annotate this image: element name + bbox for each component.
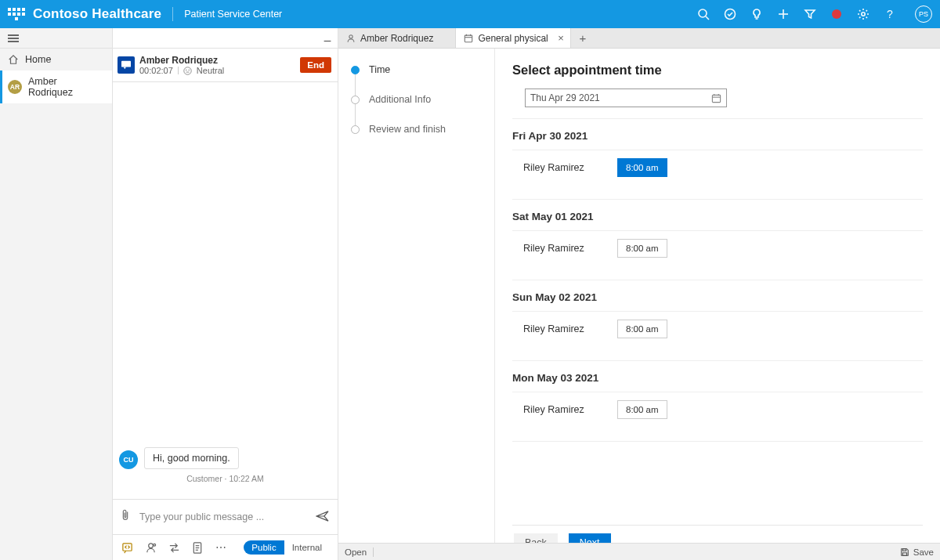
tab-patient[interactable]: Amber Rodriquez (338, 28, 456, 48)
filter-icon[interactable] (804, 8, 816, 20)
slot-list[interactable]: Fri Apr 30 2021 Riley Ramirez 8:00 am Sa… (512, 118, 923, 525)
plus-icon[interactable] (777, 8, 790, 20)
svg-point-9 (184, 67, 191, 74)
svg-point-0 (699, 9, 707, 17)
search-icon[interactable] (697, 8, 710, 20)
nav-home-label: Home (25, 54, 51, 65)
svg-rect-21 (465, 35, 472, 42)
quick-reply-icon[interactable] (121, 541, 133, 554)
visibility-public[interactable]: Public (244, 540, 284, 555)
send-icon[interactable] (316, 511, 330, 524)
main-area: Amber Rodriquez General physical × + Tim… (338, 28, 940, 560)
header-divider (172, 7, 173, 21)
person-icon (346, 34, 356, 43)
nav-active-session[interactable]: AR Amber Rodriquez (0, 70, 112, 103)
svg-point-10 (186, 69, 186, 70)
tab-patient-label: Amber Rodriquez (360, 33, 433, 44)
step-review[interactable]: Review and finish (351, 124, 494, 135)
svg-rect-25 (712, 95, 720, 102)
provider-name: Riley Ramirez (523, 243, 586, 254)
more-icon[interactable]: ⋯ (215, 541, 227, 554)
chat-transcript: CU Hi, good morning. Customer · 10:22 AM (113, 82, 338, 499)
time-slot-button[interactable]: 8:00 am (617, 400, 667, 419)
header-icon-group: ? PS (697, 5, 932, 23)
consult-icon[interactable] (144, 541, 157, 554)
time-slot-button[interactable]: 8:00 am (617, 158, 667, 177)
step-time[interactable]: Time (351, 64, 494, 75)
help-icon[interactable]: ? (884, 8, 896, 20)
time-slot-button[interactable]: 8:00 am (617, 320, 667, 338)
chat-message-bubble: Hi, good morning. (144, 447, 239, 469)
svg-rect-30 (902, 552, 906, 555)
lightbulb-icon[interactable] (750, 8, 763, 20)
status-save[interactable]: Save (900, 547, 934, 557)
day-header: Sun May 02 2021 (512, 291, 923, 303)
chat-column: Amber Rodriquez 00:02:07 Neutral End CU … (113, 28, 338, 560)
session-name: Amber Rodriquez (139, 55, 295, 66)
app-header: Contoso Healthcare Patient Service Cente… (0, 0, 940, 28)
tab-appointment[interactable]: General physical × (456, 28, 570, 48)
notes-icon[interactable] (191, 541, 204, 554)
svg-line-1 (706, 16, 709, 20)
tab-bar: Amber Rodriquez General physical × + (338, 28, 940, 49)
tab-appointment-label: General physical (478, 33, 548, 44)
provider-row: Riley Ramirez 8:00 am (512, 392, 923, 442)
svg-point-14 (148, 543, 153, 547)
svg-point-11 (189, 69, 190, 70)
home-icon (8, 54, 19, 65)
provider-row: Riley Ramirez 8:00 am (512, 311, 923, 361)
calendar-icon (464, 34, 473, 43)
provider-name: Riley Ramirez (523, 162, 586, 173)
session-sentiment: Neutral (197, 66, 224, 75)
status-bar: Open Save (338, 543, 940, 560)
provider-name: Riley Ramirez (523, 323, 586, 334)
progress-rail: Time Additional Info Review and finish (338, 49, 495, 560)
add-tab-button[interactable]: + (571, 28, 595, 48)
profile-avatar[interactable]: PS (915, 5, 932, 23)
date-picker[interactable]: Thu Apr 29 2021 (525, 89, 727, 107)
customer-avatar-icon: CU (119, 450, 138, 469)
svg-rect-13 (122, 543, 131, 550)
avatar-icon: AR (8, 80, 22, 94)
app-subtitle: Patient Service Center (184, 9, 282, 20)
day-header: Sat May 01 2021 (512, 211, 923, 222)
provider-name: Riley Ramirez (523, 404, 586, 415)
task-check-icon[interactable] (724, 8, 736, 20)
message-input[interactable] (139, 511, 308, 522)
provider-row: Riley Ramirez 8:00 am (512, 150, 923, 200)
app-launcher-icon[interactable] (8, 5, 25, 23)
transfer-icon[interactable] (168, 541, 180, 554)
record-indicator-icon[interactable] (830, 8, 843, 20)
attachment-icon[interactable] (119, 509, 132, 525)
scheduler-title: Select appointment time (512, 63, 923, 78)
chat-message-meta: Customer · 10:22 AM (119, 474, 331, 483)
svg-point-6 (862, 13, 865, 16)
svg-point-15 (153, 544, 155, 546)
minimize-icon[interactable] (322, 33, 333, 44)
settings-gear-icon[interactable] (857, 8, 870, 20)
session-card: Amber Rodriquez 00:02:07 Neutral End (113, 49, 338, 82)
day-header: Mon May 03 2021 (512, 372, 923, 384)
step-additional-info[interactable]: Additional Info (351, 94, 494, 105)
save-icon (900, 547, 909, 557)
brand-title: Contoso Healthcare (33, 6, 161, 22)
status-open[interactable]: Open (345, 547, 367, 557)
svg-point-20 (349, 34, 352, 38)
close-tab-icon[interactable]: × (558, 32, 564, 44)
visibility-internal[interactable]: Internal (284, 540, 330, 555)
chat-channel-icon (118, 56, 135, 74)
scheduler-pane: Select appointment time Thu Apr 29 2021 … (495, 49, 940, 560)
time-slot-button[interactable]: 8:00 am (617, 239, 667, 258)
visibility-toggle: Public Internal (244, 540, 330, 555)
day-header: Fri Apr 30 2021 (512, 130, 923, 142)
date-picker-value: Thu Apr 29 2021 (530, 92, 600, 103)
end-session-button[interactable]: End (300, 57, 331, 73)
svg-rect-29 (902, 548, 906, 551)
left-sidebar: Home AR Amber Rodriquez (0, 28, 113, 560)
sentiment-neutral-icon (183, 67, 192, 75)
provider-row: Riley Ramirez 8:00 am (512, 230, 923, 280)
nav-home[interactable]: Home (0, 49, 112, 70)
session-timer: 00:02:07 (139, 66, 173, 75)
nav-active-session-label: Amber Rodriquez (28, 76, 104, 98)
hamburger-menu-icon[interactable] (0, 28, 112, 49)
